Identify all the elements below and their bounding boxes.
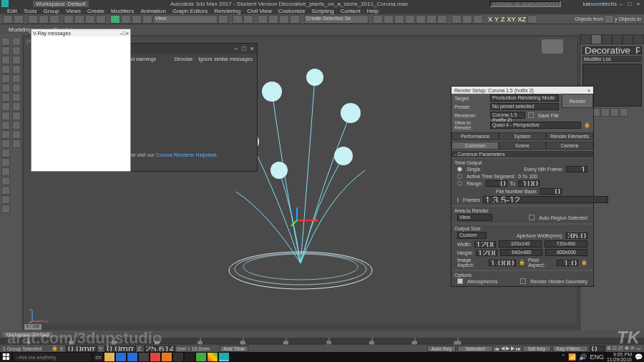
remove-mod-icon[interactable] (610, 108, 619, 117)
hidden-geom-checkbox[interactable] (520, 278, 526, 284)
workspace-selector[interactable]: Workspace: Default (33, 1, 89, 7)
taskbar-chrome-icon[interactable] (208, 353, 218, 361)
pivot-button[interactable] (218, 15, 228, 24)
tool-i-icon[interactable] (1, 158, 10, 167)
menu-scripting[interactable]: Scripting (312, 8, 334, 14)
workspace-dropdown-bottom[interactable]: Workspace: Default (3, 332, 52, 337)
tool-k-icon[interactable] (1, 177, 10, 185)
select-region-button[interactable] (85, 15, 95, 24)
selected-dropdown[interactable]: Selected (457, 346, 493, 352)
rotate-button[interactable] (121, 15, 131, 24)
bind-button[interactable] (49, 15, 59, 24)
unlink-button[interactable] (39, 15, 49, 24)
layer-b-icon[interactable] (12, 93, 21, 102)
target-dropdown[interactable]: Production Rendering Mode (490, 94, 559, 102)
tray-notifications-icon[interactable]: 💬 (635, 353, 643, 361)
lock-selection-icon[interactable]: 🔒 (52, 346, 58, 351)
taskbar-3dsmax-icon[interactable] (219, 353, 229, 361)
preset-720x486[interactable]: 720x486 (545, 240, 587, 248)
menu-modifiers[interactable]: Modifiers (111, 8, 134, 14)
menu-content[interactable]: Content (341, 8, 361, 14)
subobj-edge-icon[interactable] (12, 47, 21, 55)
layer-d-icon[interactable] (12, 112, 21, 120)
prev-frame-icon[interactable]: ◀ (501, 346, 504, 351)
help-search-input[interactable] (489, 1, 561, 7)
link-button[interactable] (28, 15, 38, 24)
savefile-checkbox[interactable] (528, 112, 534, 118)
tool-n-icon[interactable] (1, 205, 10, 213)
close-button[interactable]: × (634, 1, 643, 7)
snap-2d-button[interactable] (258, 15, 268, 24)
snaps-button[interactable] (527, 15, 537, 24)
preset-dropdown[interactable]: No preset selected (490, 103, 559, 110)
cortana-search[interactable]: ○ Ask me anything (13, 353, 92, 361)
task-view-icon[interactable]: ▭ (93, 353, 103, 361)
lock-aspect-icon[interactable]: 🔒 (519, 260, 525, 265)
err-max-button[interactable]: □ (242, 45, 245, 52)
file-number-base-input[interactable] (540, 188, 562, 195)
err-denoise-button[interactable]: Denoise (174, 57, 192, 62)
modify-tab-icon[interactable] (591, 34, 602, 44)
ref-coord-dropdown[interactable]: View (153, 15, 218, 24)
render-setup-window[interactable]: Render Setup: Corona 1.5 (hotfix 2) × Ta… (451, 86, 594, 287)
ribbon-button[interactable] (405, 15, 415, 24)
taskbar-app3-icon[interactable] (173, 353, 183, 361)
layers-button[interactable] (394, 15, 404, 24)
height-input[interactable] (476, 250, 497, 256)
ats-radio[interactable] (457, 174, 462, 179)
select-name-button[interactable] (74, 15, 84, 24)
maximize-button[interactable]: □ (625, 1, 634, 7)
common-params-rollout[interactable]: - Common Parameters (452, 151, 593, 157)
menu-grapheditors[interactable]: Graph Editors (172, 8, 208, 14)
pixel-aspect-input[interactable] (557, 260, 578, 266)
vray-messages-window[interactable]: V-Ray messages – □ × (31, 29, 131, 172)
schematic-view-button[interactable] (426, 15, 436, 24)
zoom-extents-icon[interactable]: ⊞ (607, 346, 611, 351)
utilities-tab-icon[interactable] (633, 34, 644, 44)
tool-j-icon[interactable] (1, 167, 10, 176)
axis-z-button[interactable]: Z (501, 16, 505, 23)
taskbar-edge-icon[interactable] (116, 353, 126, 361)
align-button[interactable] (384, 15, 394, 24)
layer-a-icon[interactable] (12, 84, 21, 92)
create-tab-icon[interactable] (580, 34, 591, 44)
lock-pixel-icon[interactable]: 🔒 (581, 260, 587, 265)
goto-end-icon[interactable]: ⏭ (516, 346, 521, 351)
taskbar-vlc-icon[interactable] (162, 353, 172, 361)
modifier-list-dropdown[interactable]: Modifier List (582, 56, 642, 62)
redo-button[interactable] (14, 15, 24, 24)
move-gizmo-icon[interactable] (290, 206, 318, 228)
menu-group[interactable]: Group (43, 8, 59, 14)
goto-start-icon[interactable]: ⏮ (494, 346, 499, 351)
render-button[interactable] (473, 15, 483, 24)
subobj-element-icon[interactable] (12, 74, 21, 83)
frames-input[interactable] (483, 196, 608, 203)
taskbar-store-icon[interactable] (127, 353, 137, 361)
snap-face-icon[interactable] (1, 56, 10, 64)
render-setup-close-button[interactable]: × (587, 88, 590, 93)
ribbon-modeling[interactable]: Modeling (9, 26, 31, 33)
layer-f-icon[interactable] (12, 130, 21, 139)
tool-m-icon[interactable] (1, 195, 10, 204)
taskbar-app1-icon[interactable] (139, 353, 149, 361)
err-min-button[interactable]: – (234, 45, 238, 52)
menu-help[interactable]: Help (367, 8, 379, 14)
tool-g-icon[interactable] (1, 140, 10, 148)
subobj-border-icon[interactable] (12, 56, 21, 64)
err-ignore-button[interactable]: Ignore similar messages (198, 57, 253, 62)
range-from-input[interactable] (486, 180, 507, 187)
axis-xz-button[interactable]: XZ (518, 16, 527, 23)
range-to-input[interactable] (518, 180, 540, 187)
tool-h-icon[interactable] (1, 149, 10, 157)
auto-key-button[interactable]: Auto Key (427, 346, 456, 352)
snap-angle-button[interactable] (268, 15, 278, 24)
isolate-button[interactable] (604, 15, 614, 24)
preset-640x480[interactable]: 640x480 (500, 249, 542, 256)
add-time-tag-button[interactable]: Add Time Tag (220, 346, 248, 352)
tray-lang-icon[interactable]: ENG (590, 353, 604, 361)
snap-pivot-icon[interactable] (1, 74, 10, 83)
tool-c-icon[interactable] (1, 102, 10, 111)
err-helpdesk-link[interactable]: Corona Renderer Helpdesk. (156, 152, 218, 157)
vray-close-button[interactable]: × (126, 31, 129, 36)
lock-view-icon[interactable]: 🔒 (584, 122, 590, 128)
